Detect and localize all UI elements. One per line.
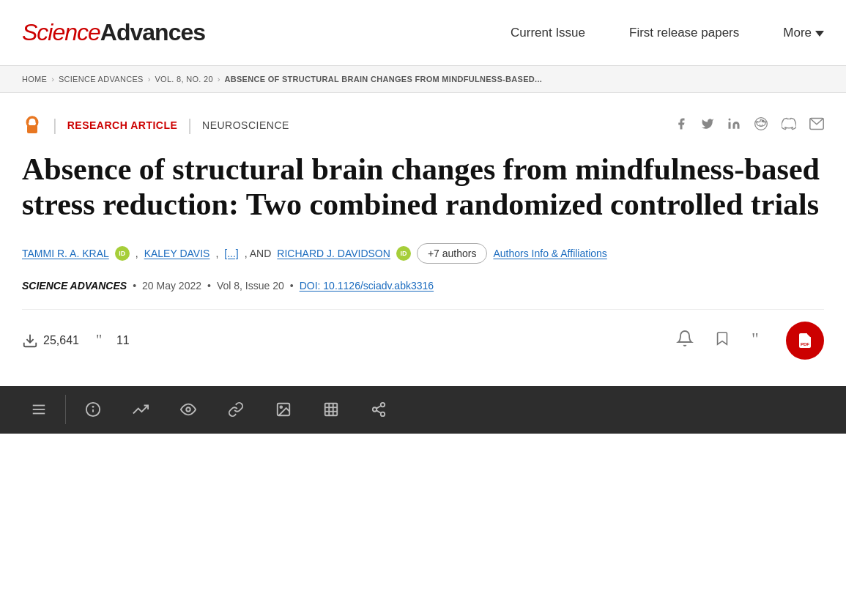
nav-current-issue[interactable]: Current Issue: [511, 26, 585, 40]
article-meta-left: | RESEARCH ARTICLE | NEUROSCIENCE: [22, 115, 289, 136]
stats-right: " PDF: [673, 322, 824, 360]
pub-journal: SCIENCE ADVANCES: [22, 280, 127, 292]
toolbar-share[interactable]: [355, 386, 402, 434]
email-icon[interactable]: [809, 117, 824, 134]
author-ellipsis[interactable]: [...]: [224, 248, 238, 259]
authors-row: TAMMI R. A. KRAL ID , KALEY DAVIS , [...…: [22, 243, 824, 264]
article-area: | RESEARCH ARTICLE | NEUROSCIENCE: [0, 93, 846, 386]
svg-point-26: [372, 407, 376, 412]
chevron-down-icon: [815, 31, 824, 37]
open-access-icon: [22, 115, 42, 136]
breadcrumb-volume[interactable]: VOL. 8, NO. 20: [155, 75, 212, 84]
svg-point-17: [186, 407, 190, 412]
article-category: NEUROSCIENCE: [202, 119, 289, 131]
facebook-icon[interactable]: [675, 117, 688, 134]
svg-point-4: [760, 124, 760, 125]
author-sep-2: ,: [215, 248, 218, 259]
linkedin-icon[interactable]: [727, 117, 741, 134]
breadcrumb-home[interactable]: HOME: [22, 75, 47, 84]
breadcrumb-article: ABSENCE OF STRUCTURAL BRAIN CHANGES FROM…: [224, 75, 542, 84]
pub-dot-3: •: [290, 280, 294, 292]
twitter-icon[interactable]: [701, 117, 714, 134]
pub-doi[interactable]: DOI: 10.1126/sciadv.abk3316: [300, 280, 434, 292]
download-count: 25,641: [43, 334, 79, 347]
logo-advances: Advances: [100, 19, 205, 45]
pub-date: 20 May 2022: [142, 280, 201, 292]
top-navigation: ScienceAdvances Current Issue First rele…: [0, 0, 846, 66]
meta-divider-2: |: [188, 116, 192, 135]
meta-divider-1: |: [53, 116, 57, 135]
nav-links: Current Issue First release papers More: [511, 26, 824, 40]
bookmark-button[interactable]: [711, 327, 733, 355]
toolbar-info[interactable]: [69, 386, 116, 434]
citation-stat[interactable]: " 11: [95, 333, 130, 349]
svg-point-5: [762, 124, 762, 125]
pub-dot-1: •: [133, 280, 136, 292]
orcid-badge-1[interactable]: ID: [115, 246, 130, 261]
author-4[interactable]: RICHARD J. DAVIDSON: [277, 248, 390, 259]
nav-more-label: More: [783, 26, 812, 40]
logo-science: Science: [22, 19, 100, 45]
reddit-icon[interactable]: [754, 116, 768, 135]
toolbar-visibility[interactable]: [164, 386, 212, 434]
author-2[interactable]: KALEY DAVIS: [144, 248, 210, 259]
quote-button[interactable]: ": [748, 327, 771, 355]
svg-text:": ": [96, 333, 102, 348]
svg-point-19: [280, 407, 282, 409]
svg-text:": ": [752, 330, 759, 347]
author-sep-1: ,: [136, 248, 138, 259]
bottom-toolbar: [0, 386, 846, 434]
article-meta-row: | RESEARCH ARTICLE | NEUROSCIENCE: [22, 115, 824, 136]
svg-line-29: [376, 406, 380, 409]
social-icons: [675, 116, 824, 135]
breadcrumb-journal[interactable]: SCIENCE ADVANCES: [59, 75, 144, 84]
wechat-icon[interactable]: [782, 116, 796, 135]
toolbar-divider-1: [65, 395, 66, 424]
quote-icon: ": [751, 330, 768, 347]
citation-count: 11: [116, 334, 130, 347]
toolbar-trending[interactable]: [116, 386, 164, 434]
stats-row: 25,641 " 11: [22, 309, 824, 371]
toolbar-table[interactable]: [307, 386, 355, 434]
breadcrumb-sep-2: ›: [148, 75, 151, 84]
pdf-icon: PDF: [796, 332, 814, 349]
authors-info-link[interactable]: Authors Info & Affiliations: [493, 248, 606, 259]
svg-rect-20: [324, 404, 337, 416]
svg-point-27: [380, 412, 385, 417]
breadcrumb-sep-3: ›: [218, 75, 220, 84]
cite-icon: ": [95, 333, 111, 349]
toolbar-link[interactable]: [212, 386, 259, 434]
svg-point-25: [380, 403, 385, 407]
nav-more[interactable]: More: [783, 26, 824, 40]
breadcrumb-sep-1: ›: [51, 75, 54, 84]
svg-text:PDF: PDF: [801, 342, 809, 346]
toolbar-list[interactable]: [15, 386, 62, 434]
more-authors-button[interactable]: +7 authors: [417, 243, 488, 264]
svg-line-28: [376, 410, 380, 413]
nav-first-release[interactable]: First release papers: [629, 26, 739, 40]
author-1[interactable]: TAMMI R. A. KRAL: [22, 248, 109, 259]
logo[interactable]: ScienceAdvances: [22, 19, 205, 46]
alert-button[interactable]: [673, 327, 697, 355]
pub-volume: Vol 8, Issue 20: [217, 280, 284, 292]
download-icon: [22, 333, 38, 349]
toolbar-image[interactable]: [259, 386, 307, 434]
svg-rect-1: [27, 125, 37, 133]
pdf-button[interactable]: PDF: [786, 322, 824, 360]
breadcrumb: HOME › SCIENCE ADVANCES › VOL. 8, NO. 20…: [0, 66, 846, 93]
svg-point-2: [729, 118, 731, 120]
article-title: Absence of structural brain changes from…: [22, 152, 824, 223]
pub-dot-2: •: [207, 280, 211, 292]
stats-left: 25,641 " 11: [22, 333, 130, 349]
download-stat[interactable]: 25,641: [22, 333, 79, 349]
publication-info: SCIENCE ADVANCES • 20 May 2022 • Vol 8, …: [22, 280, 824, 292]
author-sep-3: , AND: [245, 248, 272, 259]
article-type: RESEARCH ARTICLE: [67, 119, 178, 131]
orcid-badge-2[interactable]: ID: [396, 246, 411, 261]
